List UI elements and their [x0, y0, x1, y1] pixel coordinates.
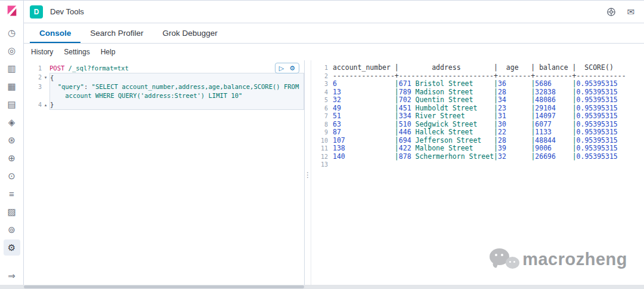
sidebar-item-apm-icon[interactable]: ⊕ [4, 150, 20, 166]
editor-line[interactable]: 2▾{ [24, 73, 304, 82]
sidebar-item-dev-tools-icon[interactable]: ⚙ [4, 239, 20, 256]
response-line: 13 [311, 161, 644, 169]
line-number: 7 [311, 112, 329, 121]
horizontal-scrollbar[interactable] [0, 285, 644, 289]
kibana-logo-icon [7, 5, 17, 16]
line-number: 5 [311, 96, 329, 104]
deployment-icon[interactable] [606, 7, 616, 17]
sidebar-item-uptime-icon[interactable]: ⊙ [4, 168, 20, 184]
line-number: 3 [311, 80, 329, 88]
response-line: 863 |510 Sedgwick Street |30 |6077 |0.95… [311, 121, 644, 129]
response-text: 6 |671 Bristol Street |36 |5686 |0.95395… [329, 80, 644, 88]
tab-console[interactable]: Console [30, 23, 80, 43]
response-line: 10107 |694 Jefferson Street |28 |48844 |… [311, 137, 644, 145]
sidebar-item-visualize-icon[interactable]: ▥ [4, 60, 20, 76]
response-line: 36 |671 Bristol Street |36 |5686 |0.9539… [311, 80, 644, 88]
global-nav-sidebar: ◷◎▥▦▤◈⊛⊕⊙≡▨⊚⚙ ⇒ [0, 1, 24, 289]
fold-gutter [42, 64, 49, 73]
request-actions: ▷ ⚙ [275, 63, 299, 73]
sidebar-item-machine-learning-icon[interactable]: ⊛ [4, 132, 20, 148]
main-area: D Dev Tools ✉ ConsoleSearch ProfilerGrok… [24, 1, 644, 289]
response-text: 87 |446 Halleck Street |22 |1133 |0.9539… [329, 128, 644, 137]
sidebar-item-maps-icon[interactable]: ◈ [4, 114, 20, 130]
response-text: 138 |422 Malbone Street |39 |9006 |0.953… [329, 144, 644, 153]
response-text: ---------------+-----------------------+… [329, 72, 644, 81]
line-number: 1 [311, 64, 329, 72]
line-number: 12 [311, 153, 329, 161]
sidebar-item-dashboard-icon[interactable]: ▦ [4, 78, 20, 94]
editor-line[interactable]: 4▴} [24, 100, 304, 110]
response-text: 32 |702 Quentin Street |34 |48086 |0.953… [329, 96, 644, 104]
response-viewer[interactable]: 1account_number | address | age | balanc… [311, 60, 644, 289]
response-line: 532 |702 Quentin Street |34 |48086 |0.95… [311, 96, 644, 104]
response-line: 1account_number | address | age | balanc… [311, 64, 644, 72]
line-number: 6 [311, 104, 329, 113]
line-number: 3 [24, 82, 42, 91]
feedback-mail-icon[interactable]: ✉ [627, 7, 634, 16]
scrollbar-thumb[interactable] [24, 285, 304, 288]
response-line: 413 |789 Madison Street |28 |32838 |0.95… [311, 88, 644, 97]
code-text: "query": "SELECT account_number,address,… [49, 82, 304, 91]
console-menu-history[interactable]: History [31, 48, 53, 56]
response-text: 51 |334 River Street |31 |14097 |0.95395… [329, 112, 644, 121]
wrench-icon[interactable]: ⚙ [289, 65, 295, 72]
line-number: 10 [311, 137, 329, 145]
fold-close-icon[interactable]: ▴ [42, 100, 49, 110]
tab-search-profiler[interactable]: Search Profiler [80, 23, 153, 43]
space-badge[interactable]: D [30, 5, 43, 19]
response-text: 13 |789 Madison Street |28 |32838 |0.953… [329, 88, 644, 97]
kibana-app: ◷◎▥▦▤◈⊛⊕⊙≡▨⊚⚙ ⇒ D Dev Tools ✉ ConsoleSea… [0, 0, 644, 289]
response-line: 11138 |422 Malbone Street |39 |9006 |0.9… [311, 144, 644, 153]
response-text: 49 |451 Humboldt Street |23 |29104 |0.95… [329, 104, 644, 113]
response-lines: 1account_number | address | age | balanc… [311, 64, 644, 169]
response-text: 63 |510 Sedgwick Street |30 |6077 |0.953… [329, 121, 644, 129]
line-number: 1 [24, 64, 42, 73]
response-line: 987 |446 Halleck Street |22 |1133 |0.953… [311, 128, 644, 137]
sidebar-item-metrics-icon[interactable]: ▨ [4, 204, 20, 220]
line-number: 2 [311, 72, 329, 81]
console-menu-help[interactable]: Help [101, 48, 116, 56]
line-number: 4 [311, 88, 329, 97]
code-text: POST /_sql?format=txt [49, 64, 304, 73]
response-line: 12140 |878 Schermerhorn Street|32 |26696… [311, 153, 644, 161]
response-text: 140 |878 Schermerhorn Street|32 |26696 |… [329, 153, 644, 161]
sidebar-item-discover-icon[interactable]: ◎ [4, 42, 20, 59]
request-editor-lines: 1POST /_sql?format=txt2▾{3 "query": "SEL… [24, 64, 304, 110]
code-text: { [49, 73, 304, 82]
code-text: account WHERE QUERY('address:Street') LI… [49, 91, 304, 100]
editor-line[interactable]: 3 "query": "SELECT account_number,addres… [24, 82, 304, 91]
sidebar-item-canvas-icon[interactable]: ▤ [4, 96, 20, 112]
sidebar-icon-list: ◷◎▥▦▤◈⊛⊕⊙≡▨⊚⚙ [4, 24, 20, 257]
response-line: 649 |451 Humboldt Street |23 |29104 |0.9… [311, 104, 644, 113]
line-number: 2 [24, 73, 42, 82]
line-number: 8 [311, 121, 329, 129]
topbar-actions: ✉ [606, 7, 634, 17]
editor-line[interactable]: account WHERE QUERY('address:Street') LI… [24, 91, 304, 100]
code-text: } [49, 100, 304, 110]
request-editor[interactable]: 1POST /_sql?format=txt2▾{3 "query": "SEL… [24, 60, 304, 289]
drag-handle-icon: ⋮ [304, 171, 311, 179]
response-text: account_number | address | age | balance… [329, 64, 644, 72]
console-menu: HistorySettingsHelp [24, 44, 644, 60]
response-text [329, 161, 644, 169]
sidebar-item-logs-icon[interactable]: ≡ [4, 186, 20, 202]
topbar: D Dev Tools ✉ [24, 1, 644, 23]
tab-grok-debugger[interactable]: Grok Debugger [153, 23, 227, 43]
response-line: 751 |334 River Street |31 |14097 |0.9539… [311, 112, 644, 121]
console-workspace: 1POST /_sql?format=txt2▾{3 "query": "SEL… [24, 60, 644, 289]
send-request-icon[interactable]: ▷ [279, 65, 284, 72]
fold-gutter [42, 91, 49, 100]
kibana-logo[interactable] [7, 5, 17, 16]
fold-open-icon[interactable]: ▾ [42, 73, 49, 82]
line-number: 9 [311, 128, 329, 137]
editor-line[interactable]: 1POST /_sql?format=txt [24, 64, 304, 73]
pane-splitter[interactable]: ⋮ [304, 60, 311, 289]
line-number: 11 [311, 144, 329, 153]
breadcrumb: Dev Tools [50, 7, 84, 16]
line-number: 13 [311, 161, 329, 169]
console-menu-settings[interactable]: Settings [64, 48, 89, 56]
sidebar-item-recent-icon[interactable]: ◷ [4, 24, 20, 41]
response-text: 107 |694 Jefferson Street |28 |48844 |0.… [329, 137, 644, 145]
sidebar-item-monitoring-icon[interactable]: ⊚ [4, 222, 20, 238]
collapse-nav-icon[interactable]: ⇒ [4, 268, 20, 284]
